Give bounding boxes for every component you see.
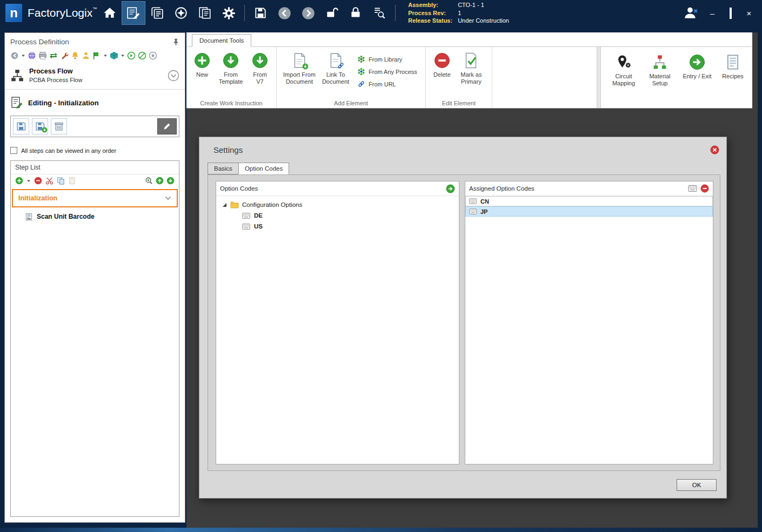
refresh-icon[interactable] — [10, 51, 19, 60]
new-icon — [194, 52, 210, 69]
cut-icon[interactable] — [45, 177, 54, 185]
pin-icon[interactable] — [172, 38, 179, 45]
save-document-button[interactable] — [13, 118, 29, 134]
record-icon[interactable] — [149, 51, 157, 60]
tree-node-us[interactable]: US — [219, 221, 456, 232]
from-v7-icon — [252, 52, 268, 69]
dialog-close-button[interactable] — [710, 145, 719, 154]
home-icon — [103, 6, 117, 20]
ribbon: Document Tools New From Template Fr — [186, 32, 752, 109]
user-logoff-icon — [683, 5, 699, 21]
copy-icon[interactable] — [57, 177, 65, 185]
user-icon[interactable] — [82, 51, 90, 60]
remove-assigned-button[interactable] — [700, 184, 709, 193]
print-icon[interactable] — [38, 51, 47, 60]
maximize-button[interactable] — [726, 9, 735, 17]
archive-button[interactable] — [51, 118, 67, 134]
mark-as-primary-button[interactable]: Mark as Primary — [454, 50, 488, 85]
process-flow-icon — [10, 69, 24, 83]
package-icon[interactable] — [110, 51, 118, 60]
unlock-button[interactable] — [320, 2, 343, 24]
group-create-work-instruction: New From Template From V7 Create Work In… — [186, 47, 277, 108]
from-any-process-button[interactable]: From Any Process — [355, 66, 419, 77]
user-logoff-button[interactable] — [679, 2, 702, 24]
from-template-button[interactable]: From Template — [214, 50, 248, 85]
chevron-down-icon[interactable] — [121, 53, 125, 58]
assigned-item-cn[interactable]: CN — [465, 196, 713, 206]
gear-icon — [222, 6, 236, 21]
step-item-initialization[interactable]: Initialization — [12, 189, 178, 207]
main-area: Document Tools New From Template Fr — [186, 32, 758, 528]
import-from-document-button[interactable]: Import From Document — [280, 50, 318, 85]
settings-button[interactable] — [217, 2, 240, 24]
templates-button[interactable] — [146, 2, 169, 24]
assign-option-button[interactable] — [446, 184, 455, 193]
library-icon — [357, 55, 365, 63]
globe-icon[interactable] — [28, 51, 36, 60]
tab-basics[interactable]: Basics — [208, 163, 239, 174]
chevron-down-icon[interactable] — [21, 53, 25, 58]
option-code-icon — [242, 224, 250, 230]
material-setup-button[interactable]: Material Setup — [644, 49, 676, 87]
dispatch-button[interactable] — [170, 2, 192, 24]
tab-option-codes[interactable]: Option Codes — [238, 163, 289, 174]
move-up-icon[interactable] — [156, 177, 164, 185]
delete-element-button[interactable]: Delete — [430, 50, 454, 78]
block-icon[interactable] — [138, 51, 146, 60]
zoom-step-icon[interactable] — [145, 177, 153, 185]
option-codes-tabpanel: Option Codes Configuration Options DE — [208, 174, 720, 471]
tools-icon[interactable] — [60, 51, 69, 60]
option-code-icon[interactable] — [688, 185, 697, 192]
ribbon-divider — [597, 47, 601, 108]
back-button[interactable] — [273, 2, 296, 24]
step-list-toolbar — [11, 174, 179, 187]
assigned-item-jp[interactable]: JP — [465, 206, 713, 217]
recipes-button[interactable]: Recipes — [719, 49, 747, 80]
templates-icon — [150, 6, 164, 20]
from-v7-button[interactable]: From V7 — [248, 50, 272, 85]
close-button[interactable]: × — [745, 9, 753, 17]
minimize-button[interactable]: – — [708, 9, 717, 17]
entry-exit-button[interactable]: Entry / Exit — [680, 49, 714, 80]
dialog-tabs: Basics Option Codes — [208, 163, 289, 174]
publish-icon[interactable] — [92, 51, 101, 60]
add-step-icon[interactable] — [15, 177, 23, 185]
step-item-scan-unit-barcode[interactable]: Scan Unit Barcode — [12, 209, 178, 224]
tree-node-configuration-options[interactable]: Configuration Options — [219, 199, 456, 210]
alert-icon[interactable] — [71, 51, 79, 60]
work-instruction-editor-button[interactable] — [122, 2, 145, 24]
lock-button[interactable] — [344, 2, 367, 24]
chevron-down-icon[interactable] — [103, 53, 108, 58]
option-codes-tree: Configuration Options DE US — [216, 196, 459, 235]
link-to-document-button[interactable]: Link To Document — [318, 50, 353, 85]
process-flow-header[interactable]: Process Flow PCBA Process Flow — [5, 64, 185, 88]
process-rev-label: Process Rev: — [408, 9, 452, 17]
save-button[interactable] — [249, 2, 272, 24]
link-document-icon — [329, 52, 343, 69]
assigned-panel-title: Assigned Option Codes — [469, 185, 534, 192]
paste-icon[interactable] — [68, 177, 76, 185]
move-down-icon[interactable] — [166, 177, 175, 185]
audit-search-button[interactable] — [368, 2, 391, 24]
new-button[interactable]: New — [190, 50, 214, 78]
circuit-mapping-button[interactable]: Circuit Mapping — [607, 49, 640, 87]
collapse-circle-icon[interactable] — [168, 70, 179, 82]
any-order-checkbox[interactable] — [10, 147, 17, 154]
chevron-down-icon[interactable] — [165, 196, 171, 200]
ok-button[interactable]: OK — [677, 479, 717, 491]
chevron-down-icon[interactable] — [26, 179, 31, 183]
home-button[interactable] — [98, 2, 121, 24]
save-as-template-button[interactable] — [32, 118, 48, 134]
from-library-button[interactable]: From Library — [355, 54, 419, 64]
tab-document-tools[interactable]: Document Tools — [192, 34, 251, 47]
start-icon[interactable] — [127, 51, 136, 60]
document-actions-box — [10, 116, 179, 137]
reports-button[interactable] — [193, 2, 216, 24]
forward-button[interactable] — [297, 2, 319, 24]
edit-mode-button[interactable] — [157, 118, 177, 134]
remove-step-icon[interactable] — [34, 177, 42, 185]
tree-node-de[interactable]: DE — [219, 210, 456, 221]
sync-icon[interactable] — [49, 51, 58, 60]
tree-expander-icon[interactable] — [222, 203, 227, 207]
from-url-button[interactable]: From URL — [355, 79, 419, 89]
